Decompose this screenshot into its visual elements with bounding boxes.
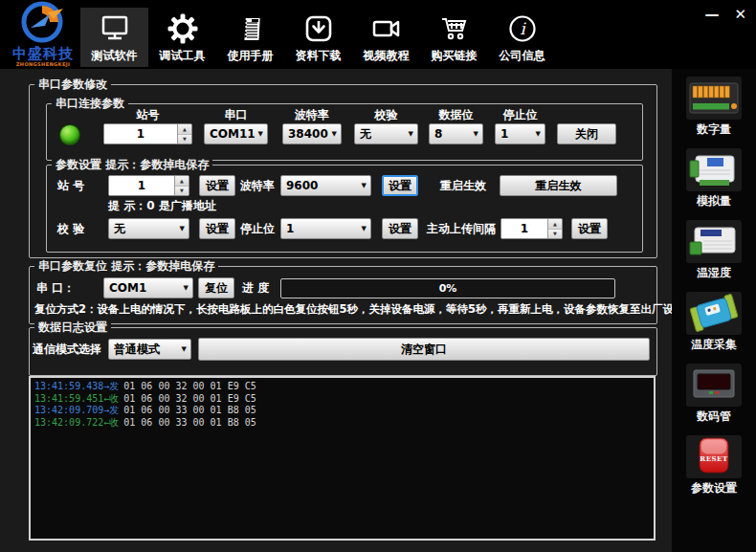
log-prefix: 13:41:59.438→发	[34, 381, 119, 391]
step-up-icon[interactable]: ▲	[175, 176, 189, 187]
tab-test-software[interactable]: 测试软件	[80, 8, 148, 67]
tab-purchase-link[interactable]: 购买链接	[420, 8, 488, 67]
progress-value: 0%	[439, 282, 457, 295]
step-up-icon[interactable]: ▲	[178, 124, 191, 135]
parity-select[interactable]: 无 ▼	[354, 123, 418, 144]
chevron-down-icon: ▼	[182, 345, 187, 353]
set-upload-interval-button[interactable]: 设置	[571, 218, 608, 239]
company-logo-icon	[21, 1, 65, 43]
tab-label: 使用手册	[228, 48, 274, 64]
log-prefix: 13:42:09.709→发	[34, 405, 119, 415]
log-output[interactable]: 13:41:59.438→发01 06 00 32 00 01 E9 C5 13…	[29, 376, 656, 541]
group-title: 数据日志设置	[34, 320, 111, 334]
company-logo: 中盛科技 ZHONGSHENGKEJI	[4, 1, 82, 68]
set-stopbits-button[interactable]: 设置	[382, 218, 418, 239]
baud-set-value: 9600	[286, 179, 359, 192]
port-value: COM11	[210, 127, 256, 141]
log-prefix: 13:41:59.451←收	[34, 393, 119, 404]
analog-module-icon	[686, 148, 742, 191]
port-label: 串口	[204, 107, 268, 123]
station-set-label: 站 号	[57, 175, 84, 196]
log-line: 13:41:59.438→发01 06 00 32 00 01 E9 C5	[34, 381, 650, 393]
tab-debug-tools[interactable]: 调试工具	[148, 8, 216, 67]
port-select[interactable]: COM11 ▼	[204, 123, 268, 144]
tab-video-tutorials[interactable]: 视频教程	[352, 8, 420, 67]
set-station-button[interactable]: 设置	[199, 175, 235, 196]
toolbar-tabs: 测试软件	[80, 8, 556, 67]
download-icon	[302, 11, 335, 47]
station-set-input[interactable]	[109, 176, 174, 195]
gear-icon	[167, 11, 199, 47]
sidebar-item-analog[interactable]: 模拟量	[686, 148, 742, 210]
stepper-buttons: ▲ ▼	[177, 124, 191, 144]
databits-select[interactable]: 8 ▼	[429, 123, 483, 144]
station-set-stepper[interactable]: ▲ ▼	[108, 175, 189, 196]
reset-button[interactable]: 复位	[198, 277, 234, 298]
log-hex: 01 06 00 33 00 01 B8 05	[123, 417, 256, 428]
step-down-icon[interactable]: ▼	[548, 230, 562, 239]
tab-label: 资料下载	[296, 48, 342, 64]
reset-port-value: COM1	[109, 281, 181, 295]
sidebar-item-digital-tube[interactable]: 数码管	[686, 364, 742, 425]
video-icon	[370, 11, 403, 47]
restart-apply-button[interactable]: 重启生效	[500, 175, 617, 196]
tab-company-info[interactable]: i 公司信息	[488, 8, 556, 67]
baud-set-label: 波特率	[240, 175, 275, 196]
sidebar-item-digital[interactable]: 数字量	[686, 77, 742, 138]
digital-display-icon	[686, 364, 742, 407]
sidebar-item-label: 模拟量	[697, 193, 731, 210]
stopbits-set-select[interactable]: 1 ▼	[280, 218, 371, 239]
comm-mode-select[interactable]: 普通模式 ▼	[108, 339, 191, 360]
minimize-button[interactable]: —	[704, 6, 719, 23]
main-panel: 串口参数修改 串口连接参数 站号 串口 波特率 校验 数据位 停止位 ▲ ▼ C…	[0, 69, 672, 552]
logo-subtitle: ZHONGSHENGKEJI	[4, 61, 82, 68]
sidebar-item-param-settings[interactable]: RESET 参数设置	[686, 435, 742, 497]
info-icon: i	[506, 11, 539, 47]
set-parity-button[interactable]: 设置	[199, 218, 235, 239]
databits-value: 8	[434, 127, 471, 141]
station-stepper[interactable]: ▲ ▼	[103, 123, 192, 144]
step-up-icon[interactable]: ▲	[548, 219, 562, 230]
tab-user-manual[interactable]: 使用手册	[216, 8, 284, 67]
close-port-button[interactable]: 关闭	[557, 123, 616, 144]
chevron-down-icon: ▼	[362, 225, 367, 232]
tab-label: 购买链接	[432, 48, 478, 64]
log-line: 13:42:09.722←收01 06 00 33 00 01 B8 05	[34, 417, 650, 430]
svg-text:i: i	[520, 19, 526, 38]
reset-port-select[interactable]: COM1 ▼	[103, 277, 193, 298]
tab-label: 视频教程	[364, 48, 410, 64]
stopbits-select[interactable]: 1 ▼	[495, 123, 545, 144]
monitor-icon	[99, 11, 131, 47]
log-prefix: 13:42:09.722←收	[34, 417, 119, 428]
chevron-down-icon: ▼	[184, 284, 189, 292]
reset-note: 复位方式2：设备上电的情况下，长按电路板上的白色复位按钮5秒，关掉设备电源，等待…	[34, 302, 696, 317]
upload-interval-input[interactable]	[501, 219, 547, 238]
toolbar: 中盛科技 ZHONGSHENGKEJI 测试软件	[0, 0, 756, 69]
upload-interval-stepper[interactable]: ▲ ▼	[500, 218, 563, 239]
stopbits-set-value: 1	[286, 222, 359, 235]
baud-set-select[interactable]: 9600 ▼	[280, 175, 371, 196]
comm-mode-value: 普通模式	[114, 342, 179, 358]
logo-title: 中盛科技	[4, 47, 82, 61]
baud-select[interactable]: 38400 ▼	[282, 123, 342, 144]
set-baud-button[interactable]: 设置	[382, 175, 418, 196]
chevron-down-icon: ▼	[474, 130, 478, 138]
parity-set-value: 无	[114, 221, 177, 237]
sidebar-item-temp-humidity[interactable]: 温湿度	[686, 220, 742, 281]
tab-downloads[interactable]: 资料下载	[284, 8, 352, 67]
parity-set-select[interactable]: 无 ▼	[108, 218, 189, 239]
sidebar-item-label: 数码管	[697, 408, 731, 425]
tab-label: 公司信息	[500, 48, 545, 64]
clear-window-button[interactable]: 清空窗口	[198, 338, 650, 361]
subgroup-title: 串口连接参数	[52, 97, 128, 110]
station-input[interactable]	[104, 124, 177, 144]
stopbits-value: 1	[500, 127, 533, 141]
log-hex: 01 06 00 33 00 01 B8 05	[123, 405, 256, 415]
subgroup-title: 参数设置 提示：参数掉电保存	[52, 158, 212, 171]
close-button[interactable]: ✕	[734, 6, 746, 23]
step-down-icon[interactable]: ▼	[178, 135, 191, 144]
log-line: 13:42:09.709→发01 06 00 33 00 01 B8 05	[34, 405, 650, 417]
step-down-icon[interactable]: ▼	[175, 187, 189, 196]
sidebar-item-temp-collect[interactable]: 温度采集	[686, 292, 742, 353]
chevron-down-icon: ▼	[180, 225, 185, 232]
